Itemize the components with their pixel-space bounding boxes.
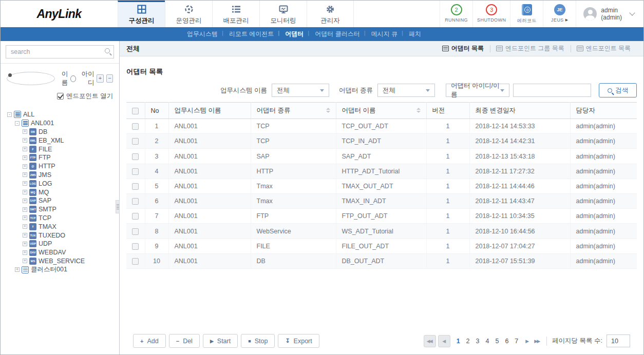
tab-monitoring[interactable]: 모니터링 bbox=[259, 1, 307, 27]
toggle-icon[interactable]: + bbox=[23, 129, 27, 134]
tree-node-log[interactable]: +LOGLOG bbox=[23, 179, 119, 188]
view-link-adapter-list[interactable]: 어댑터 목록 bbox=[436, 44, 490, 53]
row-checkbox[interactable] bbox=[132, 258, 139, 265]
tree-node-tmax[interactable]: +TTMAX bbox=[23, 222, 119, 231]
search-button[interactable]: 검색 bbox=[599, 83, 637, 97]
tree-node-jms[interactable]: +JMSJMS bbox=[23, 171, 119, 180]
subnav-patch[interactable]: 패치 bbox=[403, 30, 427, 38]
tree-node-udp[interactable]: +UDPUDP bbox=[23, 240, 119, 248]
toggle-icon[interactable]: + bbox=[23, 147, 27, 151]
table-row[interactable]: 6 ANL001 Tmax TMAX_IN_ADT 1 2018-12-11 1… bbox=[126, 194, 637, 209]
toggle-icon[interactable]: + bbox=[23, 242, 27, 246]
table-row[interactable]: 1 ANL001 TCP TCP_OUT_ADT 1 2018-12-14 14… bbox=[126, 119, 637, 134]
tab-deployment[interactable]: 배포관리 bbox=[212, 1, 259, 27]
last-page-button[interactable]: ▶▶ bbox=[531, 339, 542, 344]
tree-node-web-service[interactable]: +WSWEB_SERVICE bbox=[23, 257, 119, 266]
toggle-icon[interactable]: + bbox=[23, 164, 27, 169]
tab-admin[interactable]: 관리자 bbox=[307, 1, 354, 27]
row-checkbox[interactable] bbox=[132, 183, 139, 190]
endpoint-open-checkbox[interactable] bbox=[57, 93, 64, 100]
start-button[interactable]: ▶Start bbox=[203, 334, 238, 348]
row-checkbox[interactable] bbox=[132, 198, 139, 205]
radio-id[interactable] bbox=[70, 75, 76, 82]
page-number[interactable]: 1 bbox=[453, 338, 463, 345]
toggle-icon[interactable]: + bbox=[23, 190, 27, 194]
page-number[interactable]: 5 bbox=[492, 338, 502, 345]
toggle-icon[interactable]: + bbox=[23, 233, 27, 238]
stop-button[interactable]: ■Stop bbox=[241, 334, 275, 348]
subnav-message-queue[interactable]: 메시지 큐 bbox=[366, 30, 403, 38]
next-page-button[interactable]: ▶ bbox=[522, 339, 531, 344]
subnav-adapter-cluster[interactable]: 어댑터 클러스터 bbox=[309, 30, 365, 38]
table-row[interactable]: 10 ANL001 DB DB_OUT_ADT 1 2018-12-07 15:… bbox=[126, 253, 637, 268]
page-number[interactable]: 3 bbox=[473, 338, 483, 345]
tree-node-ftp[interactable]: +FTPFTP bbox=[23, 153, 119, 162]
tree-node-file[interactable]: +FFILE bbox=[23, 145, 119, 153]
toggle-icon[interactable]: + bbox=[23, 155, 27, 160]
table-row[interactable]: 2 ANL001 TCP TCP_IN_ADT 1 2018-12-14 14:… bbox=[126, 134, 637, 149]
toggle-icon[interactable]: + bbox=[23, 250, 27, 255]
table-row[interactable]: 7 ANL001 FTP FTP_OUT_ADT 1 2018-12-11 10… bbox=[126, 209, 637, 224]
status-shutdown[interactable]: 3 SHUTDOWN bbox=[472, 1, 510, 27]
table-row[interactable]: 8 ANL001 WebService WS_ADT_Tutorial 1 20… bbox=[126, 224, 637, 239]
tree-node-tuxedo[interactable]: +TUXTUXEDO bbox=[23, 231, 119, 240]
subnav-business-system[interactable]: 업무시스템 bbox=[181, 30, 223, 38]
keyword-input[interactable] bbox=[513, 84, 591, 97]
toggle-icon[interactable]: + bbox=[23, 172, 27, 177]
tree-node-all[interactable]: -ALL bbox=[7, 110, 119, 119]
radio-name[interactable] bbox=[7, 72, 55, 85]
tree-node-eb-xml[interactable]: +XMLEB_XML bbox=[23, 136, 119, 145]
row-checkbox[interactable] bbox=[132, 123, 139, 130]
table-row[interactable]: 5 ANL001 Tmax TMAX_OUT_ADT 1 2018-12-11 … bbox=[126, 179, 637, 193]
view-link-endpoint-group-list[interactable]: 엔드포인트 그룹 목록 bbox=[490, 44, 571, 53]
prev-page-button[interactable]: ◀ bbox=[438, 335, 450, 347]
select-all-checkbox[interactable] bbox=[132, 108, 139, 114]
sidebar-splitter-handle[interactable] bbox=[116, 200, 120, 213]
sort-icon[interactable] bbox=[326, 108, 330, 113]
add-button[interactable]: +Add bbox=[133, 334, 166, 348]
page-number[interactable]: 4 bbox=[483, 338, 493, 345]
toggle-icon[interactable]: + bbox=[23, 215, 27, 220]
subnav-remote-agent[interactable]: 리모트 에이전트 bbox=[223, 30, 279, 38]
table-row[interactable]: 9 ANL001 FILE FILE_OUT_ADT 1 2018-12-07 … bbox=[126, 239, 637, 253]
toggle-icon[interactable]: + bbox=[23, 207, 27, 212]
row-checkbox[interactable] bbox=[132, 153, 139, 160]
tab-configuration[interactable]: 구성관리 bbox=[118, 1, 165, 27]
toggle-icon[interactable]: + bbox=[23, 199, 27, 203]
toggle-icon[interactable]: + bbox=[23, 224, 27, 229]
search-key-select[interactable]: 어댑터 아이디/이름 bbox=[446, 84, 509, 97]
tree-node-db[interactable]: +DBDB bbox=[23, 128, 119, 136]
tree-node-sap[interactable]: +SAPSAP bbox=[23, 196, 119, 205]
status-jeus[interactable]: JE JEUS ▶ bbox=[543, 1, 576, 27]
toggle-icon[interactable]: - bbox=[7, 112, 12, 117]
tree-node-tcp[interactable]: +TCPTCP bbox=[23, 214, 119, 223]
collapse-all-button[interactable]: − bbox=[106, 74, 113, 83]
page-number[interactable]: 2 bbox=[463, 338, 473, 345]
subnav-adapter[interactable]: 어댑터 bbox=[279, 30, 309, 38]
tree-node-http[interactable]: +@HTTP bbox=[23, 162, 119, 171]
row-checkbox[interactable] bbox=[132, 243, 139, 250]
per-page-input[interactable] bbox=[607, 334, 630, 347]
table-row[interactable]: 4 ANL001 HTTP HTTP_ADT_Tutorial 1 2018-1… bbox=[126, 164, 637, 179]
search-input[interactable] bbox=[6, 45, 114, 58]
row-checkbox[interactable] bbox=[132, 213, 139, 220]
adapter-type-select[interactable]: 전체 bbox=[377, 84, 435, 97]
tree-node-cluster001[interactable]: +클러스터001 bbox=[15, 265, 119, 274]
tab-operations[interactable]: 운영관리 bbox=[165, 1, 212, 27]
page-number[interactable]: 7 bbox=[512, 338, 521, 345]
del-button[interactable]: −Del bbox=[169, 334, 200, 348]
status-errorcode[interactable]: 0 에러코드 bbox=[510, 1, 543, 27]
tree-node-anl001[interactable]: -ANL001 bbox=[15, 119, 119, 128]
toggle-icon[interactable]: + bbox=[23, 181, 27, 186]
tree-node-mq[interactable]: +MQMQ bbox=[23, 188, 119, 196]
expand-all-button[interactable]: + bbox=[97, 74, 103, 83]
status-running[interactable]: 2 RUNNING bbox=[440, 1, 472, 27]
row-checkbox[interactable] bbox=[132, 228, 139, 235]
tree-node-webdav[interactable]: +DAVWEBDAV bbox=[23, 248, 119, 257]
row-checkbox[interactable] bbox=[132, 168, 139, 175]
export-button[interactable]: ↧Export bbox=[278, 334, 319, 348]
tree-node-smtp[interactable]: +SMTSMTP bbox=[23, 205, 119, 214]
first-page-button[interactable]: ◀◀ bbox=[424, 335, 436, 347]
toggle-icon[interactable]: + bbox=[15, 267, 20, 272]
biz-system-select[interactable]: 전체 bbox=[272, 84, 329, 97]
